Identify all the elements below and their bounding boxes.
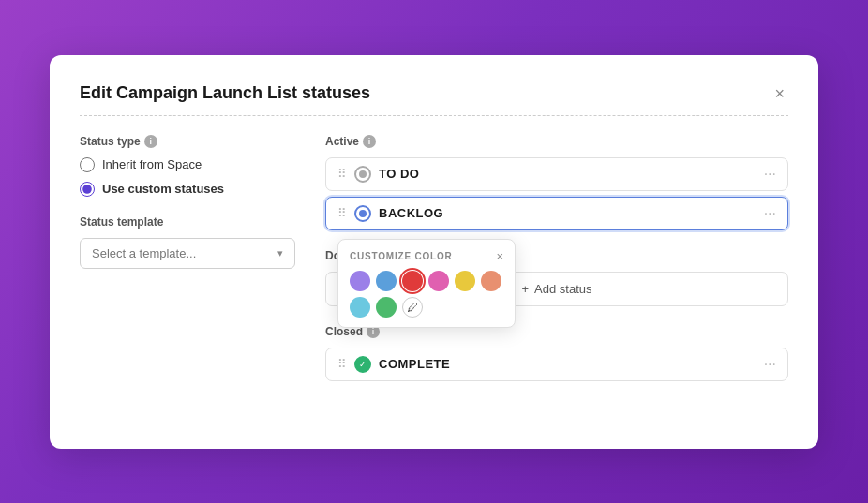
closed-section: Closed i ⠿ COMPLETE ··· xyxy=(325,325,788,381)
status-name-todo: TO DO xyxy=(379,167,756,181)
status-name-complete: COMPLETE xyxy=(379,357,756,371)
color-swatches: 🖊 xyxy=(350,271,503,318)
left-panel: Status type i Inherit from Space Use cus… xyxy=(80,135,295,400)
color-swatch-yellow[interactable] xyxy=(455,271,475,291)
color-swatch-orange[interactable] xyxy=(481,271,501,291)
color-picker-header: CUSTOMIZE COLOR × xyxy=(350,249,503,263)
status-row-backlog: ⠿ ··· CUSTOMIZE COLOR × xyxy=(325,197,788,230)
status-name-backlog[interactable] xyxy=(379,206,756,220)
status-row-complete: ⠿ COMPLETE ··· xyxy=(325,348,788,381)
color-swatch-blue[interactable] xyxy=(376,271,397,291)
status-menu-complete[interactable]: ··· xyxy=(764,356,776,373)
status-dot-complete xyxy=(354,356,371,373)
modal-title: Edit Campaign Launch List statuses xyxy=(80,83,370,103)
color-swatch-green[interactable] xyxy=(376,297,397,318)
custom-radio[interactable] xyxy=(80,182,95,197)
status-dot-backlog xyxy=(354,205,371,222)
drag-handle-complete[interactable]: ⠿ xyxy=(337,357,347,371)
close-button[interactable]: × xyxy=(771,81,788,106)
header-divider xyxy=(80,115,788,116)
chevron-down-icon: ▾ xyxy=(277,247,283,259)
eyedropper-icon[interactable]: 🖊 xyxy=(402,297,423,318)
add-status-label: Add status xyxy=(534,282,591,296)
status-menu-backlog[interactable]: ··· xyxy=(764,205,776,222)
color-swatch-red[interactable] xyxy=(402,271,423,291)
status-template-section: Status template Select a template... ▾ xyxy=(80,215,295,269)
inherit-label: Inherit from Space xyxy=(102,157,202,171)
active-section: Active i ⠿ TO DO ··· ⠿ ··· xyxy=(325,135,788,230)
active-label: Active i xyxy=(325,135,788,148)
status-name-input-backlog[interactable] xyxy=(379,206,756,220)
custom-label: Use custom statuses xyxy=(102,182,224,196)
drag-handle-backlog[interactable]: ⠿ xyxy=(337,206,347,220)
plus-icon: + xyxy=(521,282,529,296)
status-type-info-icon: i xyxy=(144,135,157,148)
modal-body: Status type i Inherit from Space Use cus… xyxy=(80,135,788,400)
edit-statuses-modal: Edit Campaign Launch List statuses × Sta… xyxy=(50,55,818,449)
inherit-radio[interactable] xyxy=(80,157,95,172)
radio-group: Inherit from Space Use custom statuses xyxy=(80,157,295,197)
color-swatch-purple[interactable] xyxy=(350,271,370,291)
modal-header: Edit Campaign Launch List statuses × xyxy=(80,81,788,106)
status-menu-todo[interactable]: ··· xyxy=(764,166,776,183)
drag-handle-todo[interactable]: ⠿ xyxy=(337,167,347,181)
status-row-todo: ⠿ TO DO ··· xyxy=(325,157,788,191)
color-picker-popup: CUSTOMIZE COLOR × 🖊 xyxy=(337,239,516,328)
color-picker-close-icon[interactable]: × xyxy=(496,249,503,263)
status-type-label: Status type i xyxy=(80,135,295,148)
color-picker-title: CUSTOMIZE COLOR xyxy=(350,251,453,261)
custom-radio-item[interactable]: Use custom statuses xyxy=(80,182,295,197)
right-panel: Active i ⠿ TO DO ··· ⠿ ··· xyxy=(325,135,788,400)
color-swatch-light-blue[interactable] xyxy=(350,297,370,318)
status-dot-todo xyxy=(354,166,371,183)
active-info-icon: i xyxy=(363,135,376,148)
color-swatch-pink[interactable] xyxy=(428,271,449,291)
inherit-radio-item[interactable]: Inherit from Space xyxy=(80,157,295,172)
template-label: Status template xyxy=(80,215,295,229)
template-placeholder: Select a template... xyxy=(92,246,196,260)
template-select-dropdown[interactable]: Select a template... ▾ xyxy=(80,238,295,269)
